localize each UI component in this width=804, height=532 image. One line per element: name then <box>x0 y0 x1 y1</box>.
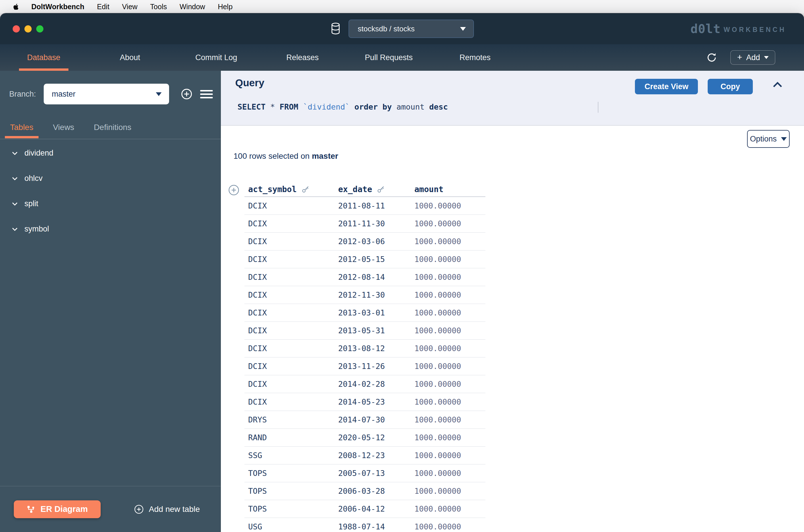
apple-menu-icon[interactable] <box>12 2 20 11</box>
sidebar-tab-tables[interactable]: Tables <box>9 123 34 139</box>
nav-item-database[interactable]: Database <box>1 44 87 71</box>
cell-act-symbol[interactable]: DCIX <box>244 380 338 388</box>
sidebar-table-ohlcv[interactable]: ohlcv <box>0 166 221 191</box>
cell-act-symbol[interactable]: DCIX <box>244 255 338 264</box>
cell-ex-date[interactable]: 1988-07-14 <box>338 522 414 531</box>
cell-ex-date[interactable]: 2008-12-23 <box>338 451 414 460</box>
cell-ex-date[interactable]: 2013-11-26 <box>338 362 414 371</box>
sidebar-table-split[interactable]: split <box>0 191 221 216</box>
menu-app-name[interactable]: DoltWorkbench <box>31 3 84 11</box>
sidebar-table-symbol[interactable]: symbol <box>0 216 221 242</box>
branch-menu-button[interactable] <box>200 90 213 98</box>
cell-act-symbol[interactable]: DCIX <box>244 326 338 335</box>
cell-act-symbol[interactable]: SSG <box>244 451 338 460</box>
cell-act-symbol[interactable]: DCIX <box>244 219 338 228</box>
cell-amount[interactable]: 1000.00000 <box>414 255 485 264</box>
cell-ex-date[interactable]: 2012-03-06 <box>338 237 414 246</box>
cell-ex-date[interactable]: 2006-04-12 <box>338 505 414 513</box>
cell-ex-date[interactable]: 2011-08-11 <box>338 201 414 210</box>
cell-amount[interactable]: 1000.00000 <box>414 308 485 317</box>
cell-amount[interactable]: 1000.00000 <box>414 362 485 371</box>
new-branch-button[interactable] <box>181 88 192 100</box>
cell-amount[interactable]: 1000.00000 <box>414 415 485 424</box>
cell-ex-date[interactable]: 2013-08-12 <box>338 344 414 353</box>
cell-act-symbol[interactable]: DCIX <box>244 397 338 406</box>
cell-act-symbol[interactable]: DCIX <box>244 237 338 246</box>
cell-act-symbol[interactable]: DRYS <box>244 415 338 424</box>
add-new-table-label: Add new table <box>149 505 200 514</box>
cell-amount[interactable]: 1000.00000 <box>414 469 485 478</box>
copy-button[interactable]: Copy <box>708 79 753 94</box>
cell-act-symbol[interactable]: DCIX <box>244 290 338 299</box>
options-button[interactable]: Options <box>747 130 790 148</box>
sidebar-tab-views[interactable]: Views <box>52 123 75 139</box>
cell-ex-date[interactable]: 2012-08-14 <box>338 272 414 282</box>
cell-ex-date[interactable]: 2014-05-23 <box>338 397 414 406</box>
sidebar-table-dividend[interactable]: dividend <box>0 140 221 166</box>
cell-act-symbol[interactable]: DCIX <box>244 362 338 371</box>
cell-act-symbol[interactable]: TOPS <box>244 487 338 495</box>
nav-item-commit-log[interactable]: Commit Log <box>173 44 260 71</box>
menu-item-view[interactable]: View <box>122 3 137 11</box>
cell-amount[interactable]: 1000.00000 <box>414 505 485 513</box>
cell-amount[interactable]: 1000.00000 <box>414 397 485 406</box>
cell-ex-date[interactable]: 2006-03-28 <box>338 487 414 495</box>
cell-ex-date[interactable]: 2014-02-28 <box>338 380 414 388</box>
er-diagram-button[interactable]: ER Diagram <box>14 500 101 518</box>
cell-ex-date[interactable]: 2013-05-31 <box>338 326 414 335</box>
cell-act-symbol[interactable]: DCIX <box>244 308 338 317</box>
cell-amount[interactable]: 1000.00000 <box>414 272 485 282</box>
cell-act-symbol[interactable]: RAND <box>244 433 338 442</box>
cell-ex-date[interactable]: 2012-11-30 <box>338 290 414 299</box>
add-column-button[interactable] <box>228 184 240 196</box>
cell-act-symbol[interactable]: USG <box>244 522 338 531</box>
cell-amount[interactable]: 1000.00000 <box>414 201 485 210</box>
nav-item-about[interactable]: About <box>87 44 173 71</box>
sql-editor[interactable]: SELECT * FROM `dividend` order by amount… <box>237 102 448 111</box>
cell-ex-date[interactable]: 2020-05-12 <box>338 433 414 442</box>
sidebar-tab-definitions[interactable]: Definitions <box>93 123 132 139</box>
cell-act-symbol[interactable]: DCIX <box>244 272 338 282</box>
database-selector[interactable]: stocksdb / stocks <box>348 20 474 38</box>
cell-amount[interactable]: 1000.00000 <box>414 433 485 442</box>
cell-amount[interactable]: 1000.00000 <box>414 344 485 353</box>
cell-act-symbol[interactable]: DCIX <box>244 201 338 210</box>
cell-act-symbol[interactable]: TOPS <box>244 469 338 478</box>
collapse-query-button[interactable] <box>772 80 783 89</box>
refresh-button[interactable] <box>706 52 717 63</box>
menu-item-edit[interactable]: Edit <box>97 3 109 11</box>
cell-amount[interactable]: 1000.00000 <box>414 219 485 228</box>
cell-act-symbol[interactable]: DCIX <box>244 344 338 353</box>
cell-amount[interactable]: 1000.00000 <box>414 380 485 388</box>
menu-item-help[interactable]: Help <box>218 3 232 11</box>
create-view-button[interactable]: Create View <box>635 79 698 94</box>
column-header-ex-date[interactable]: ex_date <box>338 185 414 194</box>
cell-ex-date[interactable]: 2005-07-13 <box>338 469 414 478</box>
database-icon <box>330 22 341 35</box>
cell-ex-date[interactable]: 2013-03-01 <box>338 308 414 317</box>
add-new-table-button[interactable]: Add new table <box>134 505 200 514</box>
nav-item-releases[interactable]: Releases <box>260 44 346 71</box>
zoom-window-button[interactable] <box>36 25 43 33</box>
cell-ex-date[interactable]: 2012-05-15 <box>338 255 414 264</box>
nav-item-pull-requests[interactable]: Pull Requests <box>346 44 432 71</box>
cell-ex-date[interactable]: 2014-07-30 <box>338 415 414 424</box>
column-header-act-symbol[interactable]: act_symbol <box>244 185 338 194</box>
menu-item-tools[interactable]: Tools <box>150 3 167 11</box>
cell-act-symbol[interactable]: TOPS <box>244 505 338 513</box>
table-name-label: symbol <box>24 225 49 233</box>
column-header-amount[interactable]: amount <box>414 185 485 194</box>
minimize-window-button[interactable] <box>24 25 32 33</box>
menu-item-window[interactable]: Window <box>179 3 205 11</box>
cell-amount[interactable]: 1000.00000 <box>414 487 485 495</box>
branch-selector[interactable]: master <box>44 84 169 104</box>
cell-amount[interactable]: 1000.00000 <box>414 290 485 299</box>
cell-amount[interactable]: 1000.00000 <box>414 451 485 460</box>
cell-amount[interactable]: 1000.00000 <box>414 522 485 531</box>
cell-ex-date[interactable]: 2011-11-30 <box>338 219 414 228</box>
cell-amount[interactable]: 1000.00000 <box>414 237 485 246</box>
nav-item-remotes[interactable]: Remotes <box>432 44 518 71</box>
add-button[interactable]: + Add <box>730 50 775 65</box>
cell-amount[interactable]: 1000.00000 <box>414 326 485 335</box>
close-window-button[interactable] <box>13 25 20 33</box>
